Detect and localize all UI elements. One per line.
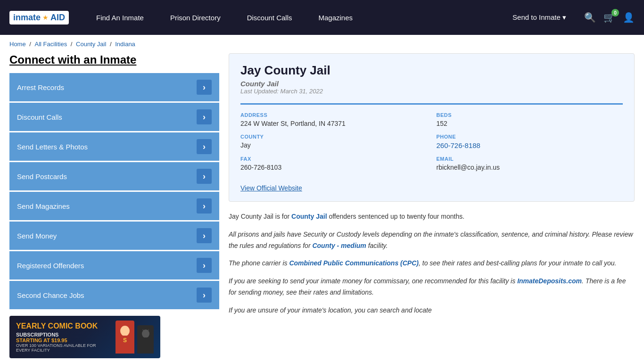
facility-last-updated: Last Updated: March 31, 2022 (240, 88, 623, 95)
email-block: EMAIL rbicknell@co.jay.in.us (437, 156, 623, 171)
desc-p1-rest: offenders sentenced up to twenty four mo… (327, 213, 465, 220)
address-block: ADDRESS 224 W Water St, Portland, IN 473… (240, 112, 427, 127)
sidebar-item-second-chance-jobs[interactable]: Second Chance Jobs › (9, 281, 219, 309)
desc-p3-rest: , to see their rates and best-calling pl… (419, 259, 616, 267)
email-value: rbicknell@co.jay.in.us (437, 164, 623, 171)
desc-cpc-link[interactable]: Combined Public Communications (CPC) (289, 259, 419, 267)
logo-star-icon: ★ (42, 14, 49, 21)
sidebar-item-send-magazines[interactable]: Send Magazines › (9, 192, 219, 220)
svg-point-5 (143, 331, 148, 335)
sidebar-item-label: Registered Offenders (17, 262, 84, 270)
view-official-website-link[interactable]: View Official Website (240, 184, 302, 192)
nav-send-to-inmate[interactable]: Send to Inmate ▾ (499, 0, 579, 35)
county-label: COUNTY (240, 134, 427, 140)
navbar: inmate ★ AID Find An Inmate Prison Direc… (0, 0, 644, 35)
desc-inmatedeposits-link[interactable]: InmateDeposits.com (517, 277, 582, 285)
desc-p2-rest: facility. (366, 242, 388, 249)
sidebar-item-send-money[interactable]: Send Money › (9, 222, 219, 250)
breadcrumb-sep-2: / (71, 41, 74, 48)
desc-para-3: The phone carrier is Combined Public Com… (229, 258, 635, 269)
sidebar-item-arrest-records[interactable]: Arrest Records › (9, 73, 219, 101)
breadcrumb: Home / All Facilities / County Jail / In… (0, 35, 644, 53)
sidebar: Connect with an Inmate Arrest Records › … (9, 53, 219, 358)
content-area: Jay County Jail County Jail Last Updated… (229, 53, 635, 358)
breadcrumb-county-jail[interactable]: County Jail (76, 41, 106, 48)
superman-icon: S (116, 321, 134, 354)
fax-label: FAX (240, 156, 427, 162)
search-icon[interactable]: 🔍 (584, 12, 596, 23)
navbar-icons: 🔍 🛒 0 👤 (579, 12, 635, 23)
ad-title: YEARLY COMIC BOOK (16, 321, 111, 330)
svg-point-0 (120, 326, 130, 336)
user-icon[interactable]: 👤 (623, 12, 635, 23)
desc-county-jail-link[interactable]: County Jail (291, 213, 327, 220)
email-label: EMAIL (437, 156, 623, 162)
sidebar-item-label: Second Chance Jobs (17, 291, 84, 299)
sidebar-item-label: Send Money (17, 232, 57, 240)
sidebar-item-label: Send Postcards (17, 173, 67, 181)
desc-p4-text: If you are seeking to send your inmate m… (229, 277, 517, 285)
batman-icon (137, 325, 154, 354)
facility-card: Jay County Jail County Jail Last Updated… (229, 53, 635, 202)
breadcrumb-sep-3: / (110, 41, 113, 48)
phone-value: 260-726-8188 (437, 141, 623, 149)
sidebar-item-discount-calls[interactable]: Discount Calls › (9, 103, 219, 131)
facility-details: ADDRESS 224 W Water St, Portland, IN 473… (240, 103, 623, 171)
facility-name: Jay County Jail (240, 63, 623, 78)
sidebar-item-label: Send Magazines (17, 202, 70, 210)
county-block: COUNTY Jay (240, 134, 427, 149)
beds-block: BEDS 152 (437, 112, 623, 127)
county-value: Jay (240, 141, 427, 149)
sidebar-item-registered-offenders[interactable]: Registered Offenders › (9, 251, 219, 280)
breadcrumb-home[interactable]: Home (9, 41, 26, 48)
ad-price: STARTING AT $19.95 (16, 337, 111, 343)
facility-website: View Official Website (240, 178, 623, 192)
cart-icon[interactable]: 🛒 0 (603, 12, 615, 23)
logo-aid-text: AID (50, 13, 65, 23)
ad-hero-images: S (116, 321, 154, 354)
breadcrumb-indiana[interactable]: Indiana (115, 41, 135, 48)
nav-discount-calls[interactable]: Discount Calls (234, 0, 305, 35)
sidebar-item-label: Arrest Records (17, 83, 64, 91)
logo[interactable]: inmate ★ AID (9, 11, 69, 25)
nav-find-inmate[interactable]: Find An Inmate (83, 0, 157, 35)
nav-magazines[interactable]: Magazines (305, 0, 366, 35)
desc-county-medium-link[interactable]: County - medium (312, 242, 366, 249)
desc-p1-text: Jay County Jail is for (229, 213, 291, 220)
desc-para-4: If you are seeking to send your inmate m… (229, 276, 635, 298)
svg-rect-4 (141, 337, 150, 350)
beds-value: 152 (437, 120, 623, 127)
sidebar-item-send-letters[interactable]: Send Letters & Photos › (9, 132, 219, 161)
phone-label: PHONE (437, 134, 623, 140)
sidebar-item-label: Discount Calls (17, 113, 62, 121)
chevron-right-icon: › (197, 258, 212, 273)
sidebar-menu: Arrest Records › Discount Calls › Send L… (9, 73, 219, 309)
nav-prison-directory[interactable]: Prison Directory (157, 0, 234, 35)
desc-p2-text: All prisons and jails have Security or C… (229, 230, 633, 249)
sidebar-item-send-postcards[interactable]: Send Postcards › (9, 162, 219, 190)
ad-banner[interactable]: YEARLY COMIC BOOK SUBSCRIPTIONS STARTING… (9, 316, 160, 358)
sidebar-item-label: Send Letters & Photos (17, 143, 88, 151)
ad-text: YEARLY COMIC BOOK SUBSCRIPTIONS STARTING… (16, 321, 111, 352)
chevron-right-icon: › (197, 288, 212, 303)
desc-p3-text: The phone carrier is (229, 259, 289, 267)
nav-links: Find An Inmate Prison Directory Discount… (83, 0, 579, 35)
beds-label: BEDS (437, 112, 623, 118)
ad-note: OVER 100 VARIATIONS AVAILABLE FOR EVERY … (16, 343, 111, 353)
breadcrumb-sep-1: / (29, 41, 33, 48)
fax-value: 260-726-8103 (240, 164, 427, 171)
desc-para-2: All prisons and jails have Security or C… (229, 229, 635, 252)
main-layout: Connect with an Inmate Arrest Records › … (0, 53, 644, 362)
ad-subtitle: SUBSCRIPTIONS (16, 332, 111, 337)
chevron-right-icon: › (197, 198, 212, 214)
breadcrumb-all-facilities[interactable]: All Facilities (35, 41, 67, 48)
desc-para-5: If you are unsure of your inmate's locat… (229, 305, 635, 316)
chevron-right-icon: › (197, 169, 212, 184)
svg-text:S: S (123, 337, 127, 344)
description: Jay County Jail is for County Jail offen… (229, 211, 635, 316)
facility-type: County Jail (240, 80, 623, 88)
address-label: ADDRESS (240, 112, 427, 118)
cart-badge: 0 (611, 9, 619, 16)
chevron-right-icon: › (197, 139, 212, 154)
connect-title: Connect with an Inmate (9, 53, 219, 66)
